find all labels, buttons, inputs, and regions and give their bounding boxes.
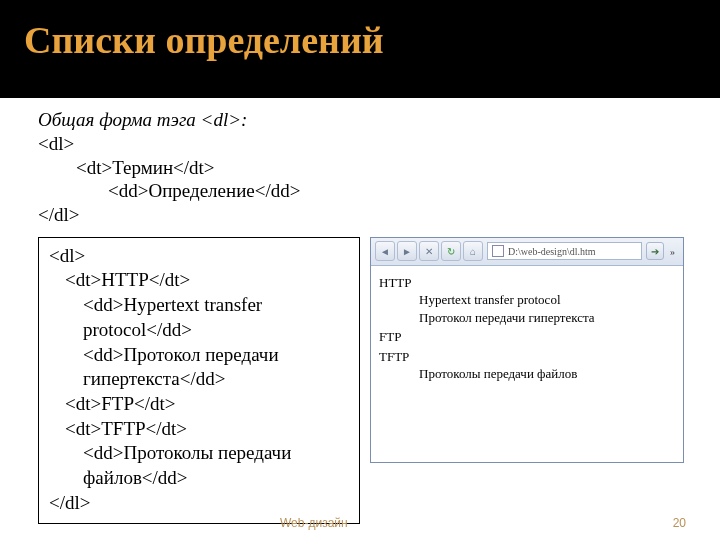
code-box: <dl> <dt>HTTP</dt> <dd>Hypertext transfe…: [38, 237, 360, 525]
address-bar[interactable]: D:\web-design\dl.htm: [487, 242, 642, 260]
render-dt: HTTP: [379, 274, 675, 292]
home-button[interactable]: ⌂: [463, 241, 483, 261]
code-line: гипертекста</dd>: [49, 367, 349, 392]
intro-block: Общая форма тэга <dl>: <dl> <dt>Термин</…: [38, 108, 690, 227]
code-line: <dd>Протокол передачи: [49, 343, 349, 368]
code-line: <dd>Протоколы передачи: [49, 441, 349, 466]
intro-lead: Общая форма тэга <dl>:: [38, 108, 690, 132]
code-line: <dt>FTP</dt>: [49, 392, 349, 417]
forward-button[interactable]: ►: [397, 241, 417, 261]
intro-line-4: </dl>: [38, 203, 690, 227]
slide-header: Списки определений: [0, 0, 720, 98]
intro-line-3: <dd>Определение</dd>: [38, 179, 690, 203]
go-button[interactable]: ➔: [646, 242, 664, 260]
address-text: D:\web-design\dl.htm: [508, 246, 596, 257]
code-line: <dt>HTTP</dt>: [49, 268, 349, 293]
code-line: <dd>Hypertext transfer: [49, 293, 349, 318]
render-dt: FTP: [379, 328, 675, 346]
code-line: <dl>: [49, 244, 349, 269]
browser-viewport: HTTP Hypertext transfer protocol Протоко…: [371, 266, 683, 389]
page-icon: [492, 245, 504, 257]
render-dd: Протокол передачи гипертекста: [379, 309, 675, 327]
code-line: <dt>TFTP</dt>: [49, 417, 349, 442]
code-line: </dl>: [49, 491, 349, 516]
intro-line-1: <dl>: [38, 132, 690, 156]
slide-footer: Web-дизайн 20: [0, 516, 720, 530]
code-line: protocol</dd>: [49, 318, 349, 343]
browser-window: ◄ ► ✕ ↻ ⌂ D:\web-design\dl.htm ➔ » HTTP …: [370, 237, 684, 463]
render-dd: Hypertext transfer protocol: [379, 291, 675, 309]
stop-button[interactable]: ✕: [419, 241, 439, 261]
columns: <dl> <dt>HTTP</dt> <dd>Hypertext transfe…: [38, 237, 690, 525]
browser-toolbar: ◄ ► ✕ ↻ ⌂ D:\web-design\dl.htm ➔ »: [371, 238, 683, 266]
slide-number: 20: [673, 516, 686, 530]
slide-title: Списки определений: [24, 18, 720, 62]
render-dd: Протоколы передачи файлов: [379, 365, 675, 383]
render-dt: TFTP: [379, 348, 675, 366]
code-line: файлов</dd>: [49, 466, 349, 491]
slide-content: Общая форма тэга <dl>: <dl> <dt>Термин</…: [0, 98, 720, 524]
toolbar-overflow-icon[interactable]: »: [666, 246, 679, 257]
back-button[interactable]: ◄: [375, 241, 395, 261]
footer-label: Web-дизайн: [0, 516, 348, 530]
refresh-button[interactable]: ↻: [441, 241, 461, 261]
intro-line-2: <dt>Термин</dt>: [38, 156, 690, 180]
